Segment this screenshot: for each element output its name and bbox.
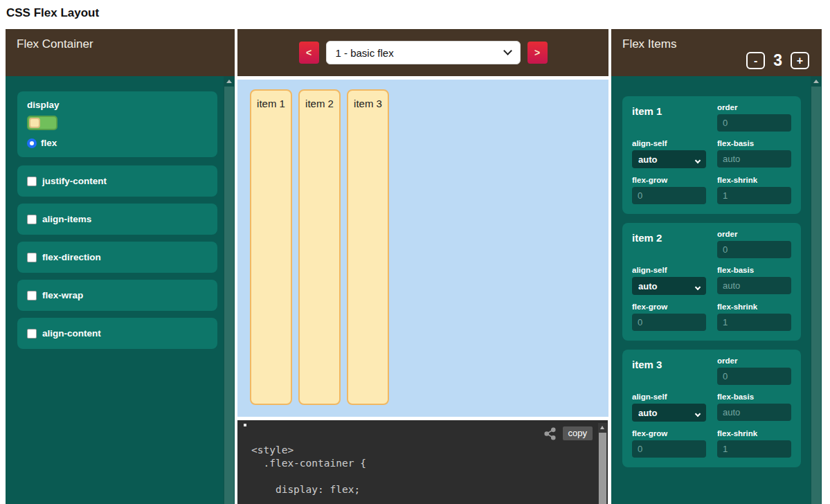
justify-content-checkbox[interactable] bbox=[27, 177, 37, 186]
flex-items-panel-body: item 1 order align-self auto flex-basis bbox=[611, 76, 822, 504]
align-content-checkbox[interactable] bbox=[27, 329, 37, 339]
property-card-flex-wrap: flex-wrap bbox=[17, 280, 217, 311]
next-example-button[interactable]: > bbox=[527, 42, 548, 64]
order-input[interactable] bbox=[717, 114, 791, 132]
preview-item-1: item 1 bbox=[250, 89, 292, 405]
property-card-align-content: align-content bbox=[17, 318, 217, 349]
code-line: display: flex; bbox=[251, 483, 608, 496]
flex-basis-input[interactable] bbox=[717, 277, 791, 294]
item-card-1: item 1 order align-self auto flex-basis bbox=[622, 96, 801, 214]
flex-shrink-input[interactable] bbox=[717, 187, 791, 204]
flex-grow-input[interactable] bbox=[632, 187, 706, 204]
align-self-select[interactable]: auto bbox=[632, 150, 706, 168]
prev-example-button[interactable]: < bbox=[299, 42, 319, 64]
justify-content-label: justify-content bbox=[42, 176, 107, 186]
add-item-button[interactable]: + bbox=[791, 52, 809, 69]
code-panel: copy <style> .flex-container { display: … bbox=[237, 420, 608, 504]
flex-basis-input[interactable] bbox=[717, 150, 791, 168]
right-panel-scrollbar[interactable] bbox=[811, 76, 822, 504]
flex-container-panel: Flex Container display flex justify-cont… bbox=[6, 29, 235, 504]
display-toggle-knob bbox=[29, 118, 40, 128]
flex-items-panel: Flex Items - 3 + item 1 order align-self… bbox=[611, 29, 822, 504]
flex-container-panel-header: Flex Container bbox=[6, 29, 235, 76]
preview-item-3: item 3 bbox=[347, 89, 389, 405]
display-label: display bbox=[27, 100, 208, 110]
display-toggle[interactable] bbox=[27, 116, 57, 130]
flex-preview: item 1 item 2 item 3 bbox=[237, 80, 608, 417]
align-items-label: align-items bbox=[42, 214, 91, 224]
flex-items-panel-title: Flex Items bbox=[622, 37, 811, 51]
item-card-2: item 2 order align-self auto flex-basis bbox=[622, 223, 801, 341]
code-listing: <style> .flex-container { display: flex; bbox=[237, 444, 608, 496]
code-scrollbar-thumb[interactable] bbox=[599, 433, 606, 504]
align-content-label: align-content bbox=[42, 328, 101, 339]
flex-basis-label: flex-basis bbox=[717, 393, 791, 401]
flex-basis-input[interactable] bbox=[717, 404, 791, 421]
flex-shrink-input[interactable] bbox=[717, 314, 791, 331]
code-line: <style> bbox=[251, 444, 608, 457]
order-input[interactable] bbox=[717, 241, 791, 258]
flex-radio-label: flex bbox=[41, 138, 57, 148]
page-title: CSS Flex Layout bbox=[6, 6, 99, 20]
copy-button[interactable]: copy bbox=[563, 426, 593, 440]
property-card-justify-content: justify-content bbox=[17, 165, 217, 197]
property-card-flex-direction: flex-direction bbox=[17, 242, 217, 273]
align-self-label: align-self bbox=[632, 393, 706, 401]
text-cursor bbox=[244, 424, 246, 426]
left-panel-scrollbar-thumb[interactable] bbox=[224, 87, 234, 504]
order-label: order bbox=[717, 103, 791, 111]
flex-radio[interactable] bbox=[27, 138, 37, 148]
flex-grow-input[interactable] bbox=[632, 314, 706, 331]
order-label: order bbox=[717, 230, 791, 238]
code-scrollbar[interactable] bbox=[598, 423, 607, 504]
flex-wrap-label: flex-wrap bbox=[42, 290, 83, 300]
flex-container-panel-title: Flex Container bbox=[17, 37, 93, 51]
flex-grow-label: flex-grow bbox=[632, 429, 706, 438]
flex-basis-label: flex-basis bbox=[717, 266, 791, 274]
example-navigation: < 1 - basic flex > bbox=[237, 29, 608, 76]
order-input[interactable] bbox=[717, 368, 791, 385]
align-self-label: align-self bbox=[632, 266, 706, 274]
property-card-align-items: align-items bbox=[17, 204, 217, 235]
left-panel-scrollbar[interactable] bbox=[224, 76, 235, 504]
flex-container-panel-body: display flex justify-content align-items… bbox=[6, 76, 235, 504]
flex-grow-input[interactable] bbox=[632, 440, 706, 458]
order-label: order bbox=[717, 357, 791, 365]
code-line bbox=[251, 470, 608, 483]
flex-shrink-label: flex-shrink bbox=[717, 176, 791, 184]
flex-grow-label: flex-grow bbox=[632, 303, 706, 311]
display-card: display flex bbox=[17, 91, 217, 157]
scroll-up-icon[interactable] bbox=[600, 426, 604, 429]
share-icon[interactable] bbox=[543, 427, 557, 440]
example-select[interactable]: 1 - basic flex bbox=[326, 41, 521, 64]
code-line: .flex-container { bbox=[251, 457, 608, 470]
flex-shrink-label: flex-shrink bbox=[717, 303, 791, 311]
scroll-up-icon[interactable] bbox=[226, 80, 232, 83]
item-count: 3 bbox=[773, 51, 782, 70]
flex-grow-label: flex-grow bbox=[632, 176, 706, 184]
flex-wrap-checkbox[interactable] bbox=[27, 291, 37, 300]
flex-shrink-input[interactable] bbox=[717, 440, 791, 458]
align-self-label: align-self bbox=[632, 139, 706, 147]
flex-direction-label: flex-direction bbox=[42, 252, 101, 262]
flex-basis-label: flex-basis bbox=[717, 139, 791, 147]
align-items-checkbox[interactable] bbox=[27, 215, 37, 224]
item-card-title: item 2 bbox=[632, 230, 706, 258]
item-count-controls: - 3 + bbox=[622, 51, 811, 70]
preview-item-2: item 2 bbox=[298, 89, 341, 405]
align-self-select[interactable]: auto bbox=[632, 404, 706, 422]
flex-shrink-label: flex-shrink bbox=[717, 429, 791, 438]
item-card-3: item 3 order align-self auto flex-basis bbox=[622, 350, 801, 467]
flex-direction-checkbox[interactable] bbox=[27, 253, 37, 262]
item-card-title: item 3 bbox=[632, 357, 706, 385]
scroll-up-icon[interactable] bbox=[813, 80, 819, 83]
item-card-title: item 1 bbox=[632, 103, 706, 132]
align-self-select[interactable]: auto bbox=[632, 277, 706, 295]
remove-item-button[interactable]: - bbox=[746, 52, 765, 69]
right-panel-scrollbar-thumb[interactable] bbox=[811, 87, 821, 504]
flex-items-panel-header: Flex Items - 3 + bbox=[611, 29, 822, 76]
